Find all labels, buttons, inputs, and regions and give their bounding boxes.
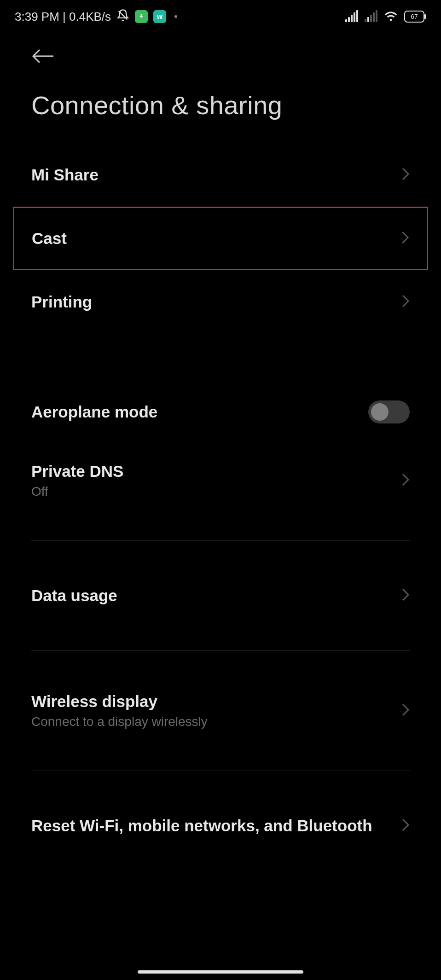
divider	[31, 650, 410, 651]
chevron-right-icon	[401, 294, 410, 310]
page-title: Connection & sharing	[0, 81, 441, 143]
signal-sim1-icon	[345, 11, 358, 22]
setting-description: Connect to a display wirelessly	[31, 714, 208, 729]
setting-label: Reset Wi-Fi, mobile networks, and Blueto…	[31, 817, 372, 835]
setting-wireless-display[interactable]: Wireless display Connect to a display wi…	[31, 674, 410, 748]
setting-printing[interactable]: Printing	[31, 270, 410, 334]
setting-mi-share[interactable]: Mi Share	[31, 143, 410, 207]
status-left: 3:39 PM | 0.4KB/s w	[15, 9, 177, 25]
divider	[31, 357, 410, 357]
setting-label: Mi Share	[31, 166, 99, 184]
navigation-bar-handle[interactable]	[138, 970, 303, 974]
chevron-right-icon	[401, 167, 410, 183]
aeroplane-mode-toggle[interactable]	[368, 400, 410, 423]
setting-label: Data usage	[31, 586, 117, 605]
setting-value: Off	[31, 484, 123, 499]
chevron-right-icon	[401, 473, 410, 488]
status-right: 67	[345, 11, 426, 23]
arrow-left-icon	[31, 47, 55, 65]
setting-label: Wireless display	[31, 692, 208, 711]
wifi-icon	[384, 11, 398, 22]
settings-list: Mi Share Cast Printing Aeroplane mode	[0, 143, 441, 858]
chevron-right-icon	[401, 818, 410, 834]
back-button[interactable]	[0, 33, 441, 81]
app-badge-icon: w	[153, 10, 166, 23]
chevron-right-icon	[401, 703, 410, 719]
setting-label: Private DNS	[31, 462, 123, 481]
divider	[31, 771, 410, 771]
svg-text:67: 67	[411, 13, 418, 20]
setting-label: Aeroplane mode	[31, 403, 157, 421]
chevron-right-icon	[401, 231, 409, 246]
setting-data-usage[interactable]: Data usage	[31, 564, 410, 627]
setting-label: Printing	[31, 293, 92, 311]
download-badge-icon	[135, 10, 148, 23]
chevron-right-icon	[401, 588, 410, 603]
setting-reset-networks[interactable]: Reset Wi-Fi, mobile networks, and Blueto…	[31, 794, 410, 858]
setting-label: Cast	[32, 229, 67, 248]
setting-private-dns[interactable]: Private DNS Off	[31, 444, 410, 517]
setting-cast[interactable]: Cast	[13, 207, 428, 270]
mute-icon	[116, 9, 129, 25]
more-indicator-icon	[174, 15, 177, 18]
toggle-knob	[371, 403, 389, 421]
status-time: 3:39 PM | 0.4KB/s	[15, 10, 111, 24]
signal-sim2-icon	[365, 11, 377, 22]
svg-rect-2	[424, 14, 426, 19]
status-bar: 3:39 PM | 0.4KB/s w	[0, 0, 441, 33]
battery-icon: 67	[404, 11, 426, 23]
setting-aeroplane-mode[interactable]: Aeroplane mode	[31, 380, 410, 444]
divider	[31, 540, 410, 541]
